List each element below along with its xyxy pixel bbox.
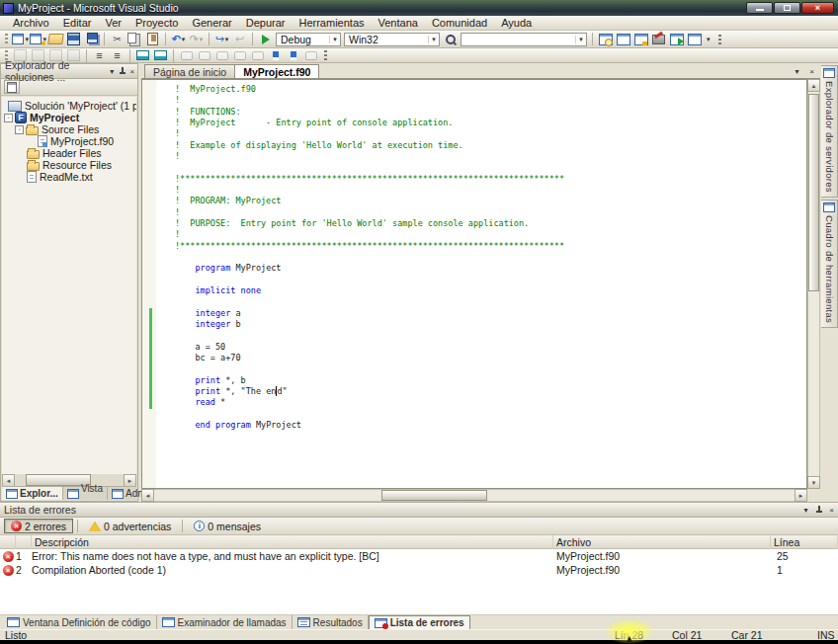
code-line[interactable]: print *, "The end" (156, 386, 806, 397)
chevron-down-icon[interactable]: ▾ (200, 36, 204, 43)
chevron-down-icon[interactable]: ▾ (575, 36, 586, 43)
panel-close-icon[interactable]: × (825, 504, 838, 516)
chevron-down-icon[interactable]: ▾ (225, 36, 229, 43)
code-line[interactable]: read * (156, 397, 806, 408)
open-file-icon[interactable] (47, 32, 64, 47)
code-line[interactable]: ! MyProject - Entry point of console app… (156, 118, 806, 128)
start-debugging-icon[interactable] (257, 32, 274, 47)
pin-icon[interactable] (117, 65, 126, 77)
vscroll-thumb[interactable] (808, 94, 819, 291)
close-document-icon[interactable]: × (805, 65, 818, 77)
toolbar-grip[interactable] (5, 34, 8, 44)
tree-item-source-files[interactable]: -Source Files (2, 123, 136, 135)
properties-window-icon[interactable] (615, 32, 631, 47)
solution-platforms-combo[interactable]: Win32▾ (344, 33, 440, 46)
tree-expander-icon[interactable]: - (4, 114, 13, 122)
toolbar-overflow-icon[interactable] (716, 33, 723, 45)
chevron-down-icon[interactable]: ▾ (182, 36, 186, 43)
code-line[interactable]: end program MyProject (156, 420, 806, 431)
undo-icon[interactable]: ▾ (170, 32, 187, 47)
line-column-header[interactable]: Línea (771, 535, 838, 549)
menu-item-ver[interactable]: Ver (98, 16, 128, 31)
code-line[interactable]: ! PROGRAM: MyProject (156, 196, 806, 206)
close-button[interactable]: × (801, 2, 834, 14)
tree-item-readme-txt[interactable]: ReadMe.txt (2, 171, 136, 183)
scroll-down-icon[interactable]: ▼ (807, 476, 820, 489)
increase-indent-icon[interactable] (109, 47, 126, 63)
toolbar-overflow-icon[interactable] (322, 49, 329, 62)
solution-configurations-combo[interactable]: Debug▾ (276, 33, 341, 46)
code-editor[interactable]: ! MyProject.f90!! FUNCTIONS:! MyProject … (141, 79, 807, 489)
code-line[interactable]: !***************************************… (156, 241, 806, 252)
tool-tab-ventana-definici-n-de-c-digo[interactable]: Ventana Definición de código (2, 615, 157, 629)
menu-item-depurar[interactable]: Depurar (239, 16, 293, 31)
add-new-item-icon[interactable]: ▾ (30, 32, 46, 47)
code-text[interactable]: ! MyProject.f90!! FUNCTIONS:! MyProject … (156, 84, 806, 431)
save-all-icon[interactable] (83, 32, 100, 47)
bookmark-red-icon[interactable] (285, 47, 301, 63)
code-line[interactable] (156, 252, 806, 263)
tool-tab-lista-de-errores[interactable]: Lista de errores (369, 615, 470, 629)
code-line[interactable]: print *, b (156, 375, 806, 386)
tree-item-myproject-f90[interactable]: MyProject.f90 (2, 135, 136, 147)
menu-item-proyecto[interactable]: Proyecto (128, 16, 185, 31)
code-line[interactable]: ! FUNCTIONS: (156, 107, 806, 118)
code-line[interactable] (156, 162, 806, 173)
code-line[interactable]: bc = a+70 (156, 353, 806, 363)
icon-column-header[interactable] (0, 535, 16, 549)
chevron-down-icon[interactable]: ▾ (428, 36, 439, 43)
code-line[interactable]: ! (156, 185, 806, 196)
new-project-icon[interactable]: ▾ (12, 32, 29, 47)
file-column-header[interactable]: Archivo (553, 535, 771, 549)
save-icon[interactable] (65, 32, 82, 47)
description-column-header[interactable]: Descripción (32, 535, 553, 549)
tree-item-resource-files[interactable]: Resource Files (2, 159, 136, 171)
solution-explorer-hscrollbar[interactable]: ◄ ► (2, 474, 136, 486)
selection-margin[interactable] (142, 80, 156, 488)
code-line[interactable]: ! MyProject.f90 (156, 84, 806, 95)
find-in-files-icon[interactable] (442, 32, 459, 47)
chevron-down-icon[interactable]: ▾ (25, 36, 29, 43)
tree-expander-icon[interactable]: - (15, 125, 24, 134)
tree-item-soluci-n-myproject-1-proyecto[interactable]: Solución 'MyProject' (1 proyecto) (2, 100, 136, 112)
code-line[interactable]: implicit none (156, 285, 806, 296)
editor-hscrollbar[interactable]: ◄ ► (141, 489, 807, 502)
panel-options-icon[interactable]: ▾ (799, 504, 812, 516)
tree-item-myproject[interactable]: -MyProject (2, 112, 136, 123)
panel-close-icon[interactable]: × (127, 65, 137, 77)
comment-selection-icon[interactable] (134, 47, 151, 63)
code-line[interactable] (156, 296, 806, 307)
code-line[interactable]: integer a (156, 308, 806, 319)
object-browser-icon[interactable] (632, 32, 649, 47)
toolbar-dropdown-icon[interactable]: ▾ (704, 36, 713, 43)
code-line[interactable]: program MyProject (156, 263, 806, 274)
panel-options-icon[interactable]: ▾ (107, 65, 117, 77)
code-line[interactable]: ! (156, 95, 806, 106)
editor-vscrollbar[interactable]: ▲ ▼ (807, 79, 820, 489)
code-line[interactable] (156, 275, 806, 285)
active-files-icon[interactable]: ▾ (791, 65, 803, 77)
menu-item-archivo[interactable]: Archivo (6, 16, 56, 31)
number-column-header[interactable] (16, 535, 32, 549)
tree-item-header-files[interactable]: Header Files (2, 147, 136, 159)
error-list-title-bar[interactable]: Lista de errores ▾ × (0, 503, 838, 518)
title-bar[interactable]: MyProject - Microsoft Visual Studio × (0, 0, 838, 16)
minimize-button[interactable] (746, 2, 773, 14)
scroll-left-icon[interactable]: ◄ (141, 489, 154, 502)
code-line[interactable]: ! PURPOSE: Entry point for 'Hello World'… (156, 218, 806, 229)
menu-item-generar[interactable]: Generar (185, 16, 238, 31)
menu-item-ventana[interactable]: Ventana (372, 16, 425, 31)
panel-tab-vista[interactable]: Vista ... (63, 487, 108, 500)
menu-item-ayuda[interactable]: Ayuda (494, 16, 539, 31)
code-line[interactable] (156, 330, 806, 341)
warnings-filter-button[interactable]: 0 advertencias (82, 519, 178, 533)
scroll-up-icon[interactable]: ▲ (807, 79, 820, 92)
tool-tab-examinador-de-llamadas[interactable]: Examinador de llamadas (157, 615, 293, 629)
document-tab-p-gina-de-inicio[interactable]: Página de inicio (144, 64, 235, 78)
restore-button[interactable] (774, 2, 800, 14)
pin-icon[interactable] (812, 504, 825, 516)
uncomment-selection-icon[interactable] (152, 47, 169, 63)
properties-icon[interactable] (4, 80, 20, 94)
autohide-tab-cuadro-de-herramientas[interactable]: Cuadro de herramientas (821, 200, 838, 328)
menu-item-comunidad[interactable]: Comunidad (425, 16, 494, 31)
